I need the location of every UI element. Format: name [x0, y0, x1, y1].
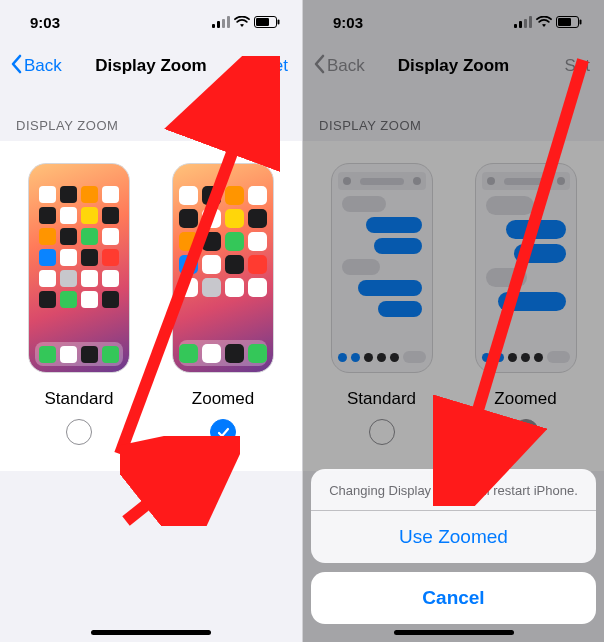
status-time: 9:03	[30, 14, 60, 31]
section-header: DISPLAY ZOOM	[0, 88, 302, 141]
svg-rect-1	[217, 21, 220, 28]
option-standard[interactable]: Standard	[19, 163, 139, 445]
radio-zoomed[interactable]	[210, 419, 236, 445]
phone-right: 9:03 Back Display Zoom Set DISPLAY ZOOM	[302, 0, 604, 642]
preview-standard	[28, 163, 130, 373]
wifi-icon	[234, 16, 250, 28]
cancel-button[interactable]: Cancel	[311, 572, 596, 624]
option-standard-label: Standard	[45, 389, 114, 409]
status-right	[212, 16, 280, 28]
radio-standard[interactable]	[66, 419, 92, 445]
option-zoomed-label: Zoomed	[192, 389, 254, 409]
preview-card: Standard	[0, 141, 302, 471]
svg-rect-5	[256, 18, 269, 26]
home-indicator[interactable]	[91, 630, 211, 635]
back-label: Back	[24, 56, 62, 76]
svg-rect-3	[227, 16, 230, 28]
preview-zoomed	[172, 163, 274, 373]
phone-left: 9:03 Back Display Zoom Set DISPLAY ZOOM	[0, 0, 302, 642]
chevron-left-icon	[10, 54, 22, 79]
sheet-message: Changing Display Zoom will restart iPhon…	[311, 469, 596, 510]
battery-icon	[254, 16, 280, 28]
action-sheet: Changing Display Zoom will restart iPhon…	[311, 469, 596, 624]
svg-rect-0	[212, 24, 215, 28]
signal-icon	[212, 16, 230, 28]
back-button[interactable]: Back	[10, 54, 62, 79]
use-zoomed-button[interactable]: Use Zoomed	[311, 510, 596, 563]
status-bar: 9:03	[0, 0, 302, 44]
svg-rect-2	[222, 19, 225, 28]
set-button[interactable]: Set	[262, 56, 288, 76]
nav-bar: Back Display Zoom Set	[0, 44, 302, 88]
svg-rect-6	[278, 20, 280, 25]
checkmark-icon	[216, 425, 231, 440]
option-zoomed[interactable]: Zoomed	[163, 163, 283, 445]
